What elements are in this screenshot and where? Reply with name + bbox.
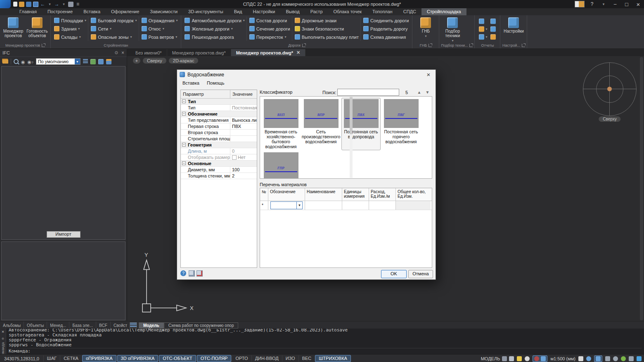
viewport-control-2[interactable]: 2D-каркас [169,58,199,64]
import-button[interactable]: Импорт [47,231,80,238]
ifc-properties-area[interactable] [1,241,125,320]
collapse-icon[interactable]: − [182,143,186,147]
ribbon-tab-10[interactable]: Облака точек [328,8,367,15]
join-roads-button[interactable]: Соединить дороги [363,17,409,24]
search-input[interactable] [337,89,399,96]
qat-customize-icon[interactable] [75,2,80,7]
ribbon-tab-9[interactable]: Растр [305,8,328,15]
param-row[interactable]: Отображать размерыНет [181,154,257,161]
auto-roads-button[interactable]: Автомобильные дороги▾ [185,17,244,24]
pin-icon[interactable] [115,50,118,56]
param-group-row[interactable]: −Обозначение [181,111,257,117]
close-panel-icon[interactable] [121,50,124,56]
undo-icon[interactable] [40,2,45,7]
param-row[interactable]: Тип представленияВыноска ли... [181,117,257,123]
checkbox-icon[interactable] [232,155,237,160]
param-row[interactable]: Диаметр, мм100 [181,167,257,173]
status-toggle-10[interactable]: ШТРИХОВКА [315,355,351,362]
open-file-icon[interactable] [19,2,24,7]
footpath-button[interactable]: Пешеходная дорога [185,33,244,41]
ribbon-tab-1[interactable]: Построение [42,8,78,15]
redo-icon[interactable] [54,2,59,7]
classifier-item-1[interactable]: ВПРСеть производственного водоснабжения [301,98,341,150]
classifier-item-0[interactable]: ВХПВременная сеть хозяйственно-бытового … [261,98,301,150]
side-panel-tab-1[interactable]: Объекты [24,322,47,329]
close-button[interactable] [632,0,644,8]
zoom-icon[interactable] [586,356,591,361]
report-objects-button[interactable]: ▾ [479,26,487,32]
folder-icon[interactable] [2,59,8,64]
help-dropdown-icon[interactable] [598,0,609,8]
layout-list-icon[interactable] [130,322,137,328]
regen-icon[interactable] [621,356,626,361]
dialog-launcher-icon[interactable] [429,44,432,47]
wind-rose-button[interactable]: Роза ветров▾ [142,33,178,41]
materials-cell[interactable] [396,201,431,210]
param-row[interactable]: ТипПостоянная... [181,105,257,111]
viewport-control-1[interactable]: Сверху [143,58,166,64]
lock-ui-icon[interactable] [629,356,634,361]
sites-button[interactable]: Площадки▾ [54,17,86,24]
redo-dropdown-icon[interactable] [61,2,66,7]
status-toggle-7[interactable]: ДИН-ВВОД [251,355,282,362]
undo-dropdown-icon[interactable] [47,2,52,7]
ribbon-tab-4[interactable]: Зависимости [144,8,183,15]
danger-zones-button[interactable]: Опасные зоны▾ [91,33,137,41]
layout-grid-icon[interactable] [575,1,585,7]
param-group-row[interactable]: −Тип [181,99,257,105]
warehouses-button[interactable]: Склады▾ [54,33,86,41]
report-photo-button[interactable] [490,19,496,24]
annotation-icon[interactable] [509,356,514,361]
classifier-scrollbar[interactable] [350,97,353,178]
slab-layout-button[interactable]: Выполнить раскладку плит [295,33,359,41]
eye-question-icon[interactable] [28,58,33,65]
status-toggle-2[interactable]: оПРИВЯЗКА [82,355,116,362]
collapse-icon[interactable]: − [182,161,186,165]
command-history[interactable]: Автосохранение: C:\Users\D9F8~1\AppData\… [6,329,644,354]
dialog-launcher-icon[interactable] [42,44,45,47]
app-logo-icon[interactable] [0,0,11,8]
search-icon[interactable] [14,59,19,64]
orbit-icon[interactable] [613,356,618,361]
model-space-label[interactable]: МОДЕЛЬ [481,356,500,361]
side-panel-tab-4[interactable]: BCF [96,322,111,329]
classifier-item-2[interactable]: ПВХПостоянная сеть водопровода [341,98,381,150]
road-structure-button[interactable]: Состав дороги [249,17,290,24]
status-toggle-8[interactable]: ИЗО [282,355,298,362]
materials-cell[interactable] [342,201,369,210]
ok-button[interactable]: OK [381,270,407,278]
dialog-close-button[interactable] [421,70,436,79]
navigation-wheel[interactable]: Сверху [583,62,637,123]
cancel-button[interactable]: Отмена [408,270,433,278]
layout-tab-0[interactable]: Модель [139,322,164,329]
param-row[interactable]: Первая строкаПВХ [181,123,257,130]
camp-button[interactable]: Бытовой городок▾ [91,17,137,24]
road-signs-button[interactable]: Дорожные знаки [295,17,359,24]
param-row[interactable]: Строительная площадка [181,136,257,142]
side-panel-tab-3[interactable]: База эле... [69,322,96,329]
help-icon[interactable] [180,270,186,276]
status-toggle-9[interactable]: ВЕС [298,355,315,362]
collapse-icon[interactable]: − [182,112,186,116]
maximize-button[interactable] [621,0,632,8]
ribbon-tab-2[interactable]: Вставка [78,8,106,15]
cmd-close-icon[interactable] [2,329,5,334]
ribbon-tab-0[interactable]: Главная [14,8,42,15]
minimize-button[interactable] [609,0,621,8]
dialog-launcher-icon[interactable] [302,44,305,47]
zoom-object-icon[interactable] [605,356,610,361]
param-row[interactable]: Вторая строка [181,130,257,136]
ribbon-tab-3[interactable]: Оформление [106,8,144,15]
wheel-center-icon[interactable] [607,87,612,91]
safety-signs-button[interactable]: Знаки безопасности [295,25,359,33]
export-fragment-icon[interactable] [98,59,104,64]
settings-button[interactable]: Настройки [502,17,525,33]
side-panel-tab-2[interactable]: Менед... [47,322,69,329]
report-table-button[interactable] [490,26,496,32]
viewport-lock-icon[interactable] [502,356,507,361]
designation-combobox[interactable]: ▼ [270,201,303,209]
fullscreen-icon[interactable] [637,356,642,361]
preset-select[interactable]: По умолчанию▾ [36,58,80,65]
print-icon[interactable] [68,2,73,7]
isolate-objects-icon[interactable] [534,356,539,361]
